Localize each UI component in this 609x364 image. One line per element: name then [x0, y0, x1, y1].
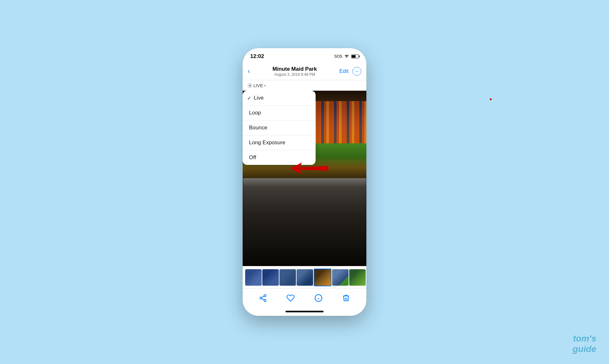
- chevron-down-icon: ▾: [264, 84, 266, 88]
- nav-title-block: Minute Maid Park August 3, 2019 8:48 PM: [272, 66, 317, 77]
- info-button[interactable]: [313, 292, 324, 304]
- favorite-button[interactable]: [285, 292, 296, 304]
- more-button[interactable]: ···: [352, 67, 361, 76]
- share-button[interactable]: [257, 292, 269, 304]
- nav-actions: Edit ···: [339, 67, 361, 76]
- phone-frame: 12:02 SOS ‹ Minute Maid Park: [243, 48, 366, 316]
- thumbnail-item[interactable]: [279, 269, 296, 286]
- live-circle-icon: [248, 83, 252, 88]
- edit-button[interactable]: Edit: [339, 68, 349, 75]
- more-dots-icon: ···: [355, 69, 358, 74]
- carrier-text: SOS: [334, 54, 342, 59]
- bottom-toolbar: [243, 288, 366, 307]
- thumbnail-item[interactable]: [297, 269, 313, 286]
- arrow-annotation: [290, 160, 328, 178]
- dropdown-item-bounce[interactable]: Bounce: [243, 120, 316, 135]
- nav-bar: ‹ Minute Maid Park August 3, 2019 8:48 P…: [243, 63, 366, 80]
- live-dropdown-button[interactable]: LIVE ▾: [248, 83, 266, 88]
- dropdown-item-loop-label: Loop: [249, 110, 261, 116]
- dropdown-item-off-label: Off: [249, 154, 256, 161]
- live-options-dropdown: ✓ Live Loop Bounce Long Exposure Off: [243, 91, 316, 165]
- nav-subtitle: August 3, 2019 8:48 PM: [272, 72, 317, 77]
- thumbnail-strip: [243, 266, 366, 288]
- live-bar: LIVE ▾: [243, 80, 366, 91]
- live-label: LIVE: [253, 83, 263, 88]
- watermark-line1: tom's: [573, 333, 596, 344]
- svg-marker-0: [290, 162, 328, 174]
- thumbnail-item[interactable]: [245, 269, 262, 286]
- battery-icon: [351, 55, 359, 58]
- thumbnail-item-selected[interactable]: [314, 269, 331, 286]
- home-bar: [285, 311, 324, 312]
- thumbnail-item[interactable]: [332, 269, 349, 286]
- red-dot-annotation: [490, 98, 492, 100]
- nav-title: Minute Maid Park: [272, 66, 317, 72]
- thumbnail-item[interactable]: [262, 269, 279, 286]
- thumbnail-item[interactable]: [349, 269, 366, 286]
- dropdown-item-loop[interactable]: Loop: [243, 106, 316, 120]
- home-indicator: [243, 307, 366, 316]
- back-button[interactable]: ‹: [248, 67, 250, 75]
- dropdown-item-long-exposure-label: Long Exposure: [249, 140, 285, 146]
- delete-button[interactable]: [340, 292, 352, 304]
- dropdown-item-live[interactable]: ✓ Live: [243, 91, 316, 106]
- dropdown-item-long-exposure[interactable]: Long Exposure: [243, 135, 316, 150]
- dropdown-item-live-label: Live: [254, 95, 264, 101]
- watermark-line2: guide: [573, 344, 596, 354]
- watermark: tom's guide: [573, 333, 596, 354]
- checkmark-icon: ✓: [247, 95, 251, 101]
- status-bar: 12:02 SOS: [243, 48, 366, 63]
- main-content: ✓ Live Loop Bounce Long Exposure Off: [243, 91, 366, 266]
- dropdown-item-bounce-label: Bounce: [249, 125, 267, 131]
- status-time: 12:02: [250, 53, 264, 60]
- live-circle-fill: [249, 85, 251, 87]
- wifi-icon: [344, 54, 349, 59]
- status-icons: SOS: [334, 54, 359, 59]
